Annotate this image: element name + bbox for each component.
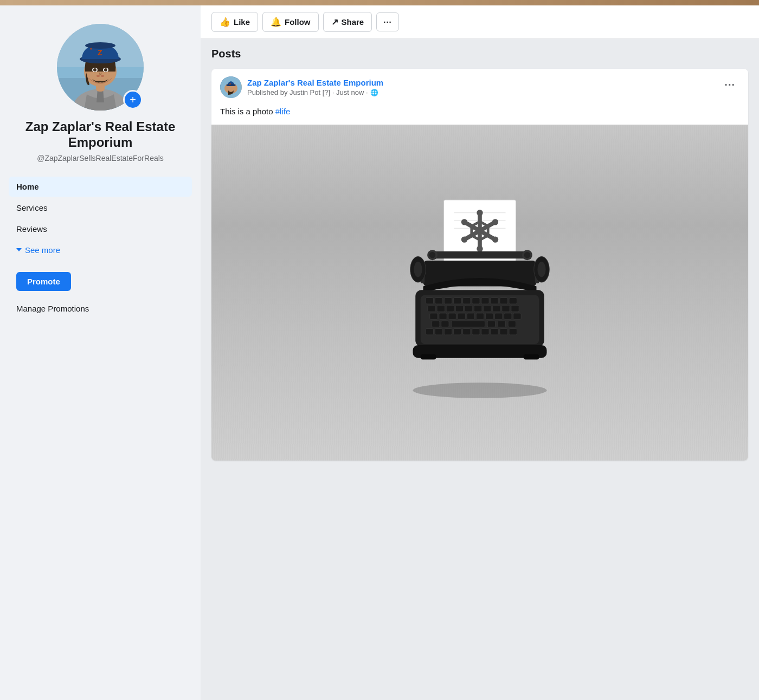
cover-photo bbox=[0, 0, 759, 5]
nav-item-services[interactable]: Services bbox=[9, 198, 192, 218]
share-button[interactable]: ↗ Share bbox=[323, 12, 372, 32]
svg-rect-84 bbox=[454, 328, 461, 334]
svg-point-39 bbox=[524, 251, 530, 257]
svg-rect-54 bbox=[509, 297, 517, 303]
svg-point-30 bbox=[461, 219, 467, 225]
svg-rect-74 bbox=[513, 313, 521, 319]
like-button[interactable]: 👍 Like bbox=[211, 12, 258, 32]
nav-item-reviews[interactable]: Reviews bbox=[9, 219, 192, 239]
svg-rect-70 bbox=[476, 313, 484, 319]
svg-rect-79 bbox=[498, 321, 505, 327]
svg-rect-63 bbox=[502, 305, 510, 311]
nav-item-home[interactable]: Home bbox=[9, 177, 192, 197]
svg-rect-92 bbox=[421, 354, 436, 360]
svg-rect-59 bbox=[465, 305, 472, 311]
globe-icon: 🌐 bbox=[370, 89, 378, 96]
svg-rect-86 bbox=[472, 328, 480, 334]
svg-rect-78 bbox=[487, 321, 495, 327]
svg-rect-73 bbox=[504, 313, 512, 319]
post-avatar-image: Z bbox=[220, 76, 242, 98]
svg-point-32 bbox=[492, 236, 498, 242]
svg-point-14 bbox=[97, 75, 100, 77]
svg-point-29 bbox=[477, 245, 483, 251]
svg-rect-51 bbox=[481, 297, 489, 303]
svg-point-37 bbox=[429, 251, 435, 257]
svg-text:Z: Z bbox=[229, 82, 231, 86]
svg-text:Z: Z bbox=[98, 48, 102, 57]
svg-rect-58 bbox=[455, 305, 463, 311]
svg-rect-47 bbox=[444, 297, 452, 303]
post-card: Z Zap Zaplar's Real Estate Emporium Publ… bbox=[211, 69, 748, 461]
svg-point-15 bbox=[101, 75, 104, 77]
svg-text:*: * bbox=[90, 47, 92, 53]
svg-point-97 bbox=[537, 262, 545, 277]
svg-point-31 bbox=[492, 219, 498, 225]
typewriter-illustration bbox=[211, 125, 748, 461]
action-bar: 👍 Like 🔔 Follow ↗ Share ··· bbox=[201, 5, 759, 39]
svg-rect-82 bbox=[435, 328, 442, 334]
svg-rect-93 bbox=[524, 354, 539, 360]
add-photo-button[interactable]: + bbox=[123, 90, 143, 109]
sidebar: Z * bbox=[0, 5, 201, 700]
svg-rect-72 bbox=[495, 313, 503, 319]
svg-rect-35 bbox=[431, 251, 529, 258]
posts-section: Posts Z bbox=[201, 39, 759, 469]
post-author-avatar: Z bbox=[220, 76, 242, 98]
svg-rect-57 bbox=[446, 305, 454, 311]
post-header: Z Zap Zaplar's Real Estate Emporium Publ… bbox=[211, 69, 748, 106]
promote-section: Promote bbox=[0, 265, 201, 297]
svg-rect-85 bbox=[463, 328, 471, 334]
svg-rect-77 bbox=[452, 321, 485, 327]
svg-rect-76 bbox=[441, 321, 449, 327]
svg-rect-69 bbox=[467, 313, 474, 319]
svg-rect-89 bbox=[500, 328, 507, 334]
svg-rect-81 bbox=[426, 328, 433, 334]
svg-rect-45 bbox=[426, 297, 433, 303]
post-author-info: Z Zap Zaplar's Real Estate Emporium Publ… bbox=[220, 76, 383, 98]
post-author-name[interactable]: Zap Zaplar's Real Estate Emporium bbox=[247, 78, 383, 87]
svg-point-28 bbox=[477, 210, 483, 216]
svg-point-11 bbox=[93, 68, 97, 72]
navigation: Home Services Reviews See more bbox=[0, 177, 201, 261]
post-image bbox=[211, 125, 748, 461]
post-text: This is a photo #life bbox=[211, 106, 748, 125]
svg-rect-87 bbox=[481, 328, 489, 334]
svg-rect-67 bbox=[448, 313, 456, 319]
svg-point-20 bbox=[413, 383, 547, 398]
svg-rect-46 bbox=[435, 297, 442, 303]
more-options-button[interactable]: ··· bbox=[376, 12, 399, 31]
see-more-button[interactable]: See more bbox=[9, 240, 192, 260]
svg-rect-68 bbox=[458, 313, 465, 319]
chevron-down-icon bbox=[16, 248, 22, 251]
svg-point-33 bbox=[461, 236, 467, 242]
manage-promotions-link[interactable]: Manage Promotions bbox=[0, 297, 201, 313]
promote-button[interactable]: Promote bbox=[16, 272, 71, 291]
profile-section: Z * bbox=[0, 5, 201, 177]
post-meta: Published by Justin Pot [?] · Just now ·… bbox=[247, 88, 383, 96]
typewriter-svg bbox=[377, 184, 583, 401]
page-name: Zap Zaplar's Real Estate Emporium bbox=[11, 119, 190, 151]
svg-rect-64 bbox=[511, 305, 519, 311]
post-options-button[interactable]: ··· bbox=[720, 76, 739, 93]
svg-rect-49 bbox=[463, 297, 471, 303]
svg-rect-56 bbox=[437, 305, 445, 311]
svg-rect-50 bbox=[472, 297, 480, 303]
svg-rect-66 bbox=[439, 313, 447, 319]
svg-rect-55 bbox=[428, 305, 435, 311]
thumbs-up-icon: 👍 bbox=[220, 17, 230, 27]
avatar-container: Z * bbox=[55, 22, 146, 113]
follow-button[interactable]: 🔔 Follow bbox=[262, 12, 319, 32]
svg-rect-62 bbox=[493, 305, 500, 311]
hashtag-life[interactable]: #life bbox=[275, 107, 291, 116]
svg-point-13 bbox=[104, 68, 107, 72]
post-author-details: Zap Zaplar's Real Estate Emporium Publis… bbox=[247, 78, 383, 96]
svg-rect-60 bbox=[474, 305, 482, 311]
svg-rect-88 bbox=[491, 328, 498, 334]
share-icon: ↗ bbox=[331, 17, 338, 27]
main-content: 👍 Like 🔔 Follow ↗ Share ··· Posts bbox=[201, 5, 759, 700]
svg-rect-52 bbox=[491, 297, 498, 303]
svg-rect-71 bbox=[485, 313, 493, 319]
svg-rect-53 bbox=[500, 297, 507, 303]
svg-rect-75 bbox=[432, 321, 440, 327]
posts-header: Posts bbox=[211, 48, 748, 60]
